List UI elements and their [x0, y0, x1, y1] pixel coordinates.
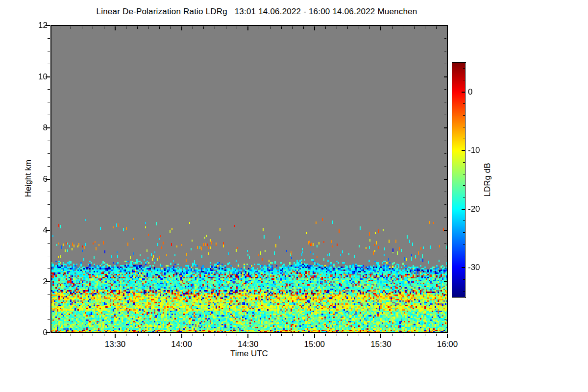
y-minor-tick — [48, 102, 50, 102]
x-minor-tick — [359, 334, 359, 336]
x-minor-tick-top — [193, 26, 193, 29]
x-minor-tick-top — [203, 26, 204, 29]
colorbar-minor-tick — [463, 174, 465, 174]
x-minor-tick-top — [292, 26, 293, 29]
x-minor-tick-top — [325, 26, 326, 29]
y-minor-tick-right — [444, 115, 446, 115]
x-minor-tick — [104, 334, 104, 336]
x-minor-tick — [414, 334, 415, 336]
x-minor-tick — [203, 334, 204, 336]
x-major-tick — [181, 334, 182, 338]
y-tick-label: 4 — [28, 225, 48, 235]
colorbar-label: LDRg dB — [483, 163, 492, 197]
colorbar-minor-tick — [463, 256, 465, 256]
y-minor-tick-right — [444, 307, 446, 307]
colorbar-tick-label: -20 — [468, 204, 490, 214]
y-minor-tick-right — [444, 192, 446, 192]
x-minor-tick-top — [414, 26, 415, 29]
x-major-tick — [115, 334, 116, 338]
y-tick-label: 6 — [28, 174, 48, 184]
y-minor-tick-right — [444, 269, 446, 269]
x-minor-tick — [215, 334, 215, 336]
x-major-tick-top — [447, 26, 448, 30]
colorbar-major-tick — [462, 209, 465, 210]
x-minor-tick — [171, 334, 171, 336]
colorbar-major-tick — [462, 92, 465, 93]
x-minor-tick — [82, 334, 82, 336]
y-minor-tick — [48, 217, 50, 218]
x-minor-tick — [126, 334, 126, 336]
y-minor-tick-right — [444, 319, 446, 320]
colorbar-minor-tick — [463, 185, 465, 186]
y-minor-tick-right — [444, 256, 446, 256]
x-minor-tick-top — [270, 26, 270, 29]
x-minor-tick — [193, 334, 193, 336]
x-minor-tick-top — [436, 26, 437, 29]
y-minor-tick-right — [444, 102, 446, 102]
y-minor-tick — [48, 166, 50, 167]
colorbar-canvas — [452, 63, 465, 297]
y-major-tick-right — [444, 25, 447, 26]
x-minor-tick — [292, 334, 293, 336]
x-minor-tick-top — [137, 26, 138, 29]
y-major-tick-right — [444, 230, 447, 231]
y-minor-tick-right — [444, 141, 446, 141]
y-major-tick-right — [444, 332, 447, 333]
y-minor-tick-right — [444, 38, 446, 39]
y-minor-tick — [48, 243, 50, 244]
x-axis-label: Time UTC — [51, 349, 447, 359]
y-minor-tick — [48, 256, 50, 256]
x-tick-label: 15:00 — [299, 340, 330, 349]
x-minor-tick — [148, 334, 148, 336]
colorbar-minor-tick — [463, 80, 465, 80]
y-tick-label: 0 — [28, 328, 48, 338]
x-minor-tick-top — [392, 26, 392, 29]
y-minor-tick-right — [444, 166, 446, 167]
colorbar-minor-tick — [463, 68, 465, 69]
y-minor-tick — [48, 141, 50, 141]
colorbar-minor-tick — [463, 103, 465, 104]
x-minor-tick — [270, 334, 270, 336]
chart-root: Linear De-Polarization Ratio LDRg 13:01 … — [0, 0, 588, 392]
x-minor-tick — [403, 334, 403, 336]
colorbar-minor-tick — [463, 279, 465, 280]
y-minor-tick-right — [444, 51, 446, 51]
y-minor-tick — [48, 38, 50, 39]
y-minor-tick — [48, 319, 50, 320]
colorbar-minor-tick — [463, 197, 465, 197]
y-minor-tick-right — [444, 89, 446, 90]
chart-title: Linear De-Polarization Ratio LDRg 13:01 … — [51, 7, 463, 17]
y-major-tick-right — [444, 76, 447, 77]
x-minor-tick — [137, 334, 138, 336]
x-minor-tick — [226, 334, 226, 336]
x-minor-tick — [159, 334, 160, 336]
y-minor-tick — [48, 294, 50, 294]
x-minor-tick — [281, 334, 282, 336]
x-tick-label: 14:30 — [232, 340, 264, 349]
y-tick-label: 12 — [28, 21, 48, 30]
x-tick-label: 16:00 — [432, 340, 463, 349]
x-minor-tick-top — [303, 26, 304, 29]
x-minor-tick — [425, 334, 425, 336]
x-minor-tick-top — [215, 26, 215, 29]
heatmap-plot-canvas — [51, 25, 447, 333]
colorbar-major-tick — [462, 267, 465, 268]
colorbar-tick-label: 0 — [468, 87, 490, 97]
y-minor-tick — [48, 153, 50, 154]
colorbar-minor-tick — [463, 127, 465, 127]
colorbar-minor-tick — [463, 232, 465, 233]
colorbar-minor-tick — [463, 162, 465, 163]
x-minor-tick-top — [337, 26, 337, 29]
x-minor-tick — [436, 334, 437, 336]
y-tick-label: 8 — [28, 123, 48, 133]
x-minor-tick — [325, 334, 326, 336]
x-major-tick-top — [314, 26, 315, 30]
x-minor-tick-top — [93, 26, 93, 29]
x-tick-label: 13:30 — [99, 340, 131, 349]
x-major-tick — [447, 334, 448, 338]
x-major-tick — [247, 334, 248, 338]
x-minor-tick-top — [237, 26, 237, 29]
y-minor-tick-right — [444, 243, 446, 244]
x-major-tick — [314, 334, 315, 338]
y-major-tick-right — [444, 281, 447, 282]
